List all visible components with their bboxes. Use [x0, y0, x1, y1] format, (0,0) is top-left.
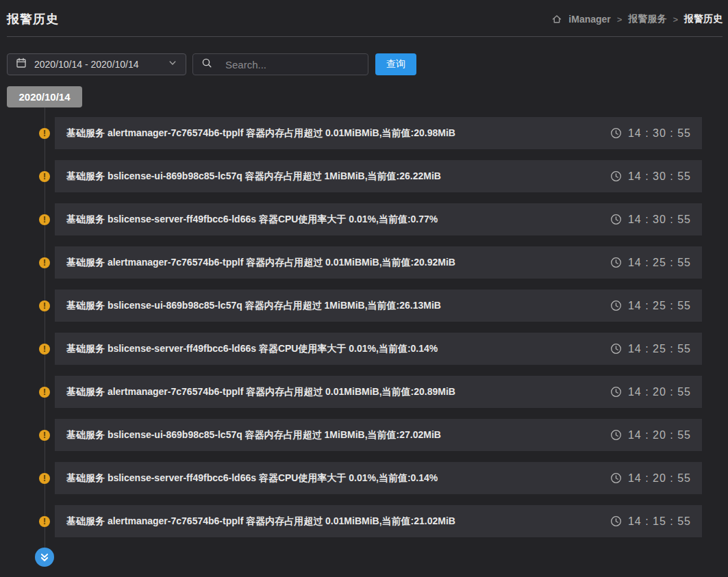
warning-icon: ! — [39, 128, 50, 139]
clock-icon — [610, 343, 622, 355]
breadcrumb-separator: > — [673, 14, 678, 25]
alarm-timestamp: 14 : 25 : 55 — [610, 257, 691, 269]
alarm-time-text: 14 : 25 : 55 — [628, 257, 691, 269]
alarm-message: 基础服务 bslicense-server-ff49fbcc6-ld66s 容器… — [66, 472, 438, 485]
breadcrumb: iManager > 报警服务 > 报警历史 — [551, 13, 723, 25]
alarm-list: ! 基础服务 alertmanager-7c76574b6-tpplf 容器内存… — [0, 107, 728, 537]
chevron-down-icon — [168, 58, 177, 70]
date-range-picker[interactable]: 2020/10/14 - 2020/10/14 — [7, 53, 186, 75]
alarm-row[interactable]: ! 基础服务 bslicense-server-ff49fbcc6-ld66s … — [55, 333, 702, 365]
breadcrumb-item-alarm-history: 报警历史 — [684, 13, 723, 25]
warning-icon: ! — [39, 300, 50, 311]
double-chevron-down-icon — [35, 550, 54, 565]
alarm-message: 基础服务 alertmanager-7c76574b6-tpplf 容器内存占用… — [66, 257, 455, 269]
alarm-row[interactable]: ! 基础服务 alertmanager-7c76574b6-tpplf 容器内存… — [55, 117, 702, 149]
alarm-timestamp: 14 : 20 : 55 — [610, 386, 691, 398]
search-icon — [201, 57, 212, 71]
alarm-time-text: 14 : 20 : 55 — [628, 386, 691, 398]
alarm-row[interactable]: ! 基础服务 alertmanager-7c76574b6-tpplf 容器内存… — [55, 505, 702, 537]
alarm-time-text: 14 : 30 : 55 — [628, 127, 691, 140]
alarm-timestamp: 14 : 15 : 55 — [610, 515, 691, 528]
warning-icon: ! — [39, 516, 50, 527]
alarm-message: 基础服务 bslicense-ui-869b98c85-lc57q 容器内存占用… — [66, 429, 441, 441]
breadcrumb-item-imanager[interactable]: iManager — [568, 14, 610, 25]
search-input[interactable] — [225, 59, 362, 70]
home-icon[interactable] — [551, 14, 562, 25]
warning-icon: ! — [39, 214, 50, 225]
breadcrumb-item-alarm-service[interactable]: 报警服务 — [628, 13, 666, 25]
clock-icon — [610, 386, 622, 398]
query-button[interactable]: 查询 — [375, 53, 416, 75]
clock-icon — [610, 170, 622, 182]
alarm-row[interactable]: ! 基础服务 bslicense-ui-869b98c85-lc57q 容器内存… — [55, 290, 702, 322]
alarm-timestamp: 14 : 20 : 55 — [610, 472, 691, 485]
alarm-timeline: ! 基础服务 alertmanager-7c76574b6-tpplf 容器内存… — [0, 107, 728, 575]
alarm-time-text: 14 : 30 : 55 — [628, 214, 691, 226]
warning-icon: ! — [39, 473, 50, 484]
date-range-value: 2020/10/14 - 2020/10/14 — [34, 59, 168, 70]
alarm-time-text: 14 : 30 : 55 — [628, 170, 691, 183]
date-group-tag: 2020/10/14 — [7, 86, 82, 107]
alarm-message: 基础服务 alertmanager-7c76574b6-tpplf 容器内存占用… — [66, 515, 455, 528]
warning-icon: ! — [39, 171, 50, 182]
alarm-timestamp: 14 : 30 : 55 — [610, 170, 691, 183]
warning-icon: ! — [39, 257, 50, 268]
warning-icon: ! — [39, 344, 50, 355]
breadcrumb-separator: > — [617, 14, 623, 25]
alarm-time-text: 14 : 20 : 55 — [628, 429, 691, 441]
warning-icon: ! — [39, 387, 50, 398]
clock-icon — [610, 257, 622, 268]
alarm-message: 基础服务 alertmanager-7c76574b6-tpplf 容器内存占用… — [66, 386, 455, 398]
clock-icon — [610, 429, 622, 441]
alarm-row[interactable]: ! 基础服务 bslicense-ui-869b98c85-lc57q 容器内存… — [55, 160, 702, 192]
alarm-time-text: 14 : 15 : 55 — [628, 515, 691, 528]
alarm-time-text: 14 : 25 : 55 — [628, 300, 691, 312]
alarm-message: 基础服务 bslicense-server-ff49fbcc6-ld66s 容器… — [66, 214, 438, 226]
filter-bar: 2020/10/14 - 2020/10/14 查询 — [7, 53, 728, 75]
warning-icon: ! — [39, 430, 50, 441]
alarm-row[interactable]: ! 基础服务 alertmanager-7c76574b6-tpplf 容器内存… — [55, 246, 702, 279]
clock-icon — [610, 127, 622, 139]
page-title: 报警历史 — [7, 11, 59, 27]
alarm-row[interactable]: ! 基础服务 bslicense-server-ff49fbcc6-ld66s … — [55, 462, 702, 494]
alarm-time-text: 14 : 20 : 55 — [628, 472, 691, 485]
alarm-message: 基础服务 bslicense-server-ff49fbcc6-ld66s 容器… — [66, 343, 438, 355]
alarm-message: 基础服务 bslicense-ui-869b98c85-lc57q 容器内存占用… — [66, 300, 441, 312]
clock-icon — [610, 214, 622, 225]
alarm-timestamp: 14 : 30 : 55 — [610, 214, 691, 226]
header-divider — [7, 36, 723, 37]
clock-icon — [610, 515, 622, 527]
calendar-icon — [16, 57, 27, 71]
load-more-button[interactable] — [35, 548, 54, 567]
alarm-row[interactable]: ! 基础服务 bslicense-ui-869b98c85-lc57q 容器内存… — [55, 419, 702, 451]
alarm-time-text: 14 : 25 : 55 — [628, 343, 691, 355]
clock-icon — [610, 472, 622, 484]
search-box — [192, 53, 368, 75]
alarm-timestamp: 14 : 25 : 55 — [610, 300, 691, 312]
page-header: 报警历史 iManager > 报警服务 > 报警历史 — [0, 0, 728, 36]
clock-icon — [610, 300, 622, 311]
alarm-row[interactable]: ! 基础服务 alertmanager-7c76574b6-tpplf 容器内存… — [55, 376, 702, 408]
alarm-history-page: 报警历史 iManager > 报警服务 > 报警历史 — [0, 0, 728, 577]
alarm-timestamp: 14 : 25 : 55 — [610, 343, 691, 355]
alarm-timestamp: 14 : 30 : 55 — [610, 127, 691, 140]
alarm-message: 基础服务 alertmanager-7c76574b6-tpplf 容器内存占用… — [66, 127, 455, 140]
alarm-timestamp: 14 : 20 : 55 — [610, 429, 691, 441]
alarm-message: 基础服务 bslicense-ui-869b98c85-lc57q 容器内存占用… — [66, 170, 441, 183]
alarm-row[interactable]: ! 基础服务 bslicense-server-ff49fbcc6-ld66s … — [55, 203, 702, 235]
